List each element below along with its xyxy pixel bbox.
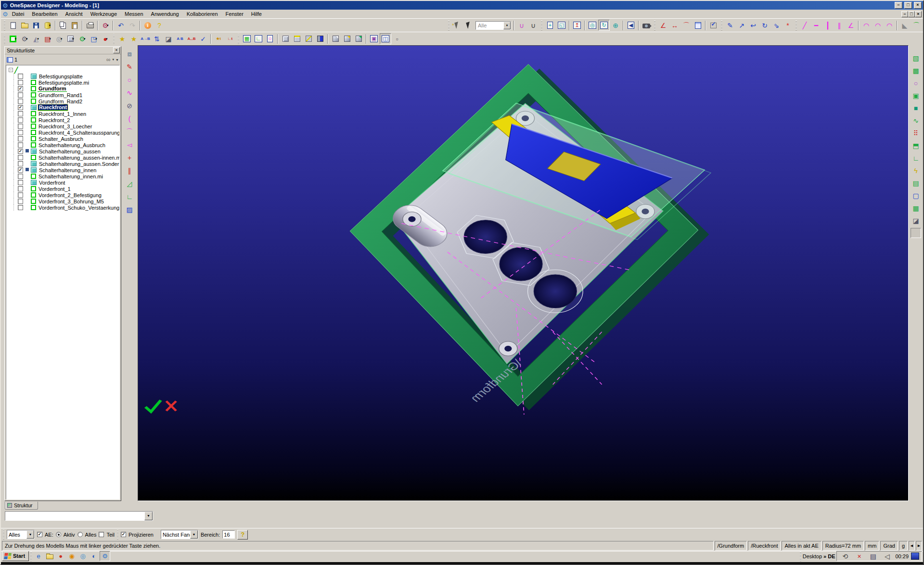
aktiv-radio[interactable] — [56, 532, 61, 537]
dropdown-arrow-icon[interactable]: ▾ — [37, 37, 39, 41]
menu-anwendung[interactable]: Anwendung — [147, 11, 183, 17]
tree-item[interactable]: Befestigungsplatte — [6, 73, 119, 79]
viewport-single-button[interactable]: ▣ — [368, 33, 380, 44]
tree-item-label[interactable]: Schalterhalterung_innen.mi — [38, 174, 104, 179]
tree-item[interactable]: Schalterhalterung_aussen-innen.mi — [6, 154, 119, 161]
swap-button[interactable]: ⇅ — [151, 33, 163, 44]
rename-ab-button[interactable]: A B — [174, 33, 186, 44]
tree-item-label[interactable]: Schalterhalterung_aussen.Sonder — [38, 161, 120, 167]
close-button[interactable]: × — [914, 2, 922, 9]
parallel-tool-button[interactable]: ∥ — [124, 165, 135, 176]
rotate-view-button[interactable]: ↻ — [598, 20, 610, 31]
remove-catch-magnet-button[interactable]: ∪ — [527, 20, 539, 31]
new-assembly-button[interactable]: ★ — [128, 33, 140, 44]
profile-mode-button[interactable]: ∟ — [253, 33, 264, 44]
tree-item-checkbox[interactable] — [18, 205, 23, 210]
machine-button[interactable]: ⚙▾ — [19, 33, 30, 44]
tree-item-label[interactable]: Vorderfront — [38, 180, 66, 186]
turn-button[interactable]: ◎▾ — [53, 33, 65, 44]
accept-3d-button[interactable] — [707, 20, 719, 31]
dropdown-arrow-icon[interactable]: ▾ — [106, 37, 108, 41]
sketch-mode-button[interactable]: ▦ — [241, 33, 253, 44]
arc-center-button[interactable]: ◠ — [860, 20, 872, 31]
alles-radio[interactable] — [77, 532, 83, 537]
select-scope-combo[interactable]: Alle▼ — [475, 21, 511, 30]
polygon-tool-button[interactable]: ◅ — [124, 139, 135, 151]
tray-app-icon[interactable] — [911, 552, 919, 560]
start-button[interactable]: Start — [2, 551, 29, 561]
scope-combo[interactable]: Alles ▼ — [7, 530, 35, 539]
tree-item[interactable]: Grundform_Rand2 — [6, 98, 119, 104]
tree-item-label[interactable]: Schalterhalterung_aussen-innen.mi — [38, 155, 120, 161]
tree-item-checkbox[interactable] — [18, 155, 23, 160]
redline-pen-button[interactable]: ✎ — [124, 61, 135, 73]
rotate-2d-button[interactable]: ↩ — [747, 20, 759, 31]
tree-item[interactable]: Rueckfront_4_Schalteraussparung — [6, 129, 119, 136]
drag-handle[interactable] — [448, 21, 449, 30]
status-scroll-right-button[interactable]: ▶ — [916, 541, 922, 551]
undo-button[interactable]: ↶ — [115, 20, 127, 31]
cross-tool-button[interactable]: + — [124, 152, 135, 163]
spline-tool-button[interactable]: ∿ — [124, 87, 135, 99]
filter-dropdown-icon[interactable]: ▼ — [116, 58, 119, 62]
viewport-3d[interactable]: \Grundform — [138, 46, 908, 501]
mute-tray-icon[interactable]: × — [853, 551, 865, 562]
circle-tool-button[interactable]: ○ — [124, 74, 135, 86]
load-catalog-button[interactable]: ▾ — [42, 20, 53, 31]
center-view-button[interactable]: ◎ — [587, 20, 598, 31]
rotate-circle-2d-button[interactable]: ↻ — [759, 20, 770, 31]
dropdown-arrow-icon[interactable]: ▾ — [107, 24, 109, 27]
structure-browser-button[interactable]: ⧈ — [124, 48, 135, 60]
drag-handle[interactable] — [3, 530, 4, 540]
paste-button[interactable] — [69, 20, 80, 31]
tree-item-label[interactable]: Rueckfront_1_Innen — [38, 111, 87, 117]
viewport[interactable]: \Grundform — [138, 45, 909, 501]
tree-item[interactable]: Vorderfront_3_Bohrung_M5 — [6, 198, 119, 204]
collapse-icon[interactable]: − — [9, 68, 13, 72]
tree-item-label[interactable]: Vorderfront_Schuko_Verstaerkung — [38, 205, 120, 211]
child-close-button[interactable]: × — [915, 11, 922, 17]
tree-item-label[interactable]: Rueckfront_4_Schalteraussparung — [38, 130, 120, 136]
dropdown-arrow-icon[interactable]: ▾ — [49, 24, 51, 27]
drag-handle[interactable] — [238, 34, 239, 44]
document-list-icon[interactable] — [7, 57, 13, 63]
measure-angle-button[interactable]: ∠ — [657, 20, 669, 31]
save-button[interactable] — [30, 20, 42, 31]
tree-item-checkbox[interactable] — [18, 142, 23, 148]
drag-handle[interactable] — [796, 21, 797, 30]
tree-item-checkbox[interactable] — [18, 99, 23, 104]
mixed-view-button[interactable] — [353, 33, 364, 44]
flash-button[interactable]: ϟ — [911, 165, 921, 176]
tree-item[interactable]: ✓Rueckfront — [6, 104, 119, 111]
network-tray-icon[interactable]: ▤ — [867, 551, 879, 562]
find-icon[interactable]: ∞ — [106, 57, 111, 63]
tree-item-label[interactable]: Grundform_Rand1 — [38, 92, 83, 98]
tree-item-checkbox[interactable] — [18, 124, 23, 129]
tree-item-label[interactable]: Schalterhalterung_aussen — [38, 149, 102, 154]
designer-help-icon[interactable]: ◐ — [89, 551, 99, 561]
ae-checkbox[interactable]: ✓ — [37, 532, 42, 537]
open-button[interactable] — [19, 20, 30, 31]
drag-handle[interactable] — [654, 21, 655, 30]
chevron-down-icon[interactable]: ▼ — [503, 22, 511, 29]
texture-button[interactable]: ■ — [911, 103, 921, 113]
command-combo[interactable]: ▼ — [5, 511, 153, 521]
tree-item-checkbox[interactable] — [18, 74, 23, 79]
wireframe-view-button[interactable] — [303, 33, 314, 44]
tree-item-checkbox[interactable] — [18, 80, 23, 85]
empty-slot-button[interactable] — [911, 228, 921, 238]
dropdown-arrow-icon[interactable]: ▾ — [49, 37, 51, 41]
parallel-line-button[interactable]: ∥ — [834, 20, 845, 31]
volume-tray-icon[interactable]: ◁ — [881, 551, 893, 562]
iso-view-button[interactable] — [280, 33, 291, 44]
point-cloud-button[interactable]: ⠿ — [911, 128, 921, 138]
hidden-line-view-button[interactable] — [341, 33, 353, 44]
horizontal-line-button[interactable]: ━ — [810, 20, 822, 31]
viewport-split-button[interactable]: ◫ — [380, 33, 391, 44]
dropdown-arrow-icon[interactable]: ▾ — [61, 37, 63, 41]
redo-button[interactable]: ↷ — [127, 20, 138, 31]
position-tag-button[interactable]: ∟t — [224, 33, 236, 44]
annotate-button[interactable]: ●▾ — [100, 33, 111, 44]
measure-radius-button[interactable]: ⌒ — [680, 20, 692, 31]
info-button[interactable] — [142, 20, 154, 31]
